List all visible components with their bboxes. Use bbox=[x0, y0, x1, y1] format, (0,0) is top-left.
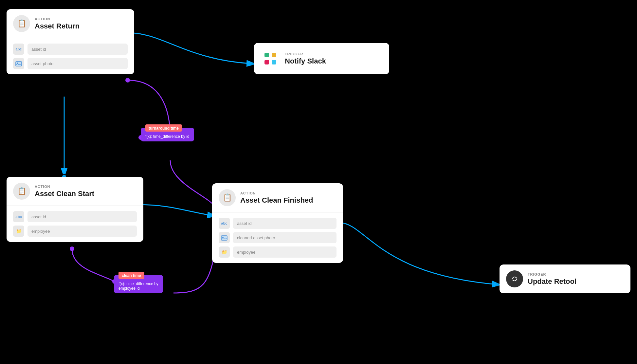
slack-icon bbox=[261, 49, 280, 68]
notify-slack-header: TRIGGER Notify Slack bbox=[254, 43, 389, 74]
update-retool-label: TRIGGER bbox=[528, 272, 576, 276]
cleaned-asset-photo-input[interactable]: cleaned asset photo bbox=[233, 232, 337, 243]
clean-time-sub: f(x): time_difference by employee id bbox=[118, 282, 158, 291]
field-row-asset-id: abc asset id bbox=[13, 44, 128, 55]
asset-return-card: 📋 ACTION Asset Return abc asset id asset… bbox=[7, 9, 134, 74]
asset-return-header: 📋 ACTION Asset Return bbox=[7, 9, 134, 38]
asset-clean-finished-fields: abc asset id cleaned asset photo 📁 emplo… bbox=[212, 212, 343, 263]
asset-clean-start-label: ACTION bbox=[35, 185, 94, 189]
folder-icon-1: 📁 bbox=[13, 226, 24, 237]
notify-slack-card: TRIGGER Notify Slack bbox=[254, 43, 389, 74]
notify-slack-label: TRIGGER bbox=[285, 52, 326, 56]
svg-rect-15 bbox=[264, 60, 269, 64]
field-row-cleaned-photo: cleaned asset photo bbox=[219, 232, 337, 243]
img-icon-2 bbox=[219, 232, 230, 243]
turnaround-time-label: turnaround time bbox=[149, 126, 179, 131]
employee-input-1[interactable]: employee bbox=[27, 226, 137, 237]
svg-rect-17 bbox=[221, 236, 227, 240]
asset-clean-start-title: Asset Clean Start bbox=[35, 190, 94, 198]
turnaround-time-sub: f(x): time_difference by id bbox=[145, 134, 190, 139]
field-row-asset-id-3: abc asset id bbox=[219, 218, 337, 229]
abc-icon-3: abc bbox=[219, 218, 230, 229]
svg-point-19 bbox=[510, 275, 519, 283]
svg-rect-16 bbox=[272, 60, 276, 64]
notify-slack-title: Notify Slack bbox=[285, 57, 326, 65]
asset-clean-start-icon: 📋 bbox=[13, 183, 30, 200]
folder-icon-2: 📁 bbox=[219, 246, 230, 258]
asset-clean-start-card: 📋 ACTION Asset Clean Start abc asset id … bbox=[7, 177, 143, 242]
asset-clean-finished-label: ACTION bbox=[240, 191, 313, 195]
asset-clean-start-fields: abc asset id 📁 employee bbox=[7, 206, 143, 242]
svg-point-4 bbox=[70, 246, 74, 251]
asset-clean-finished-icon: 📋 bbox=[219, 189, 236, 206]
asset-clean-finished-card: 📋 ACTION Asset Clean Finished abc asset … bbox=[212, 183, 343, 263]
svg-rect-13 bbox=[264, 53, 269, 57]
asset-clean-finished-title: Asset Clean Finished bbox=[240, 196, 313, 205]
svg-point-1 bbox=[125, 78, 130, 82]
asset-id-input-2[interactable]: asset id bbox=[27, 211, 137, 222]
abc-icon-1: abc bbox=[13, 44, 24, 55]
employee-input-2[interactable]: employee bbox=[233, 246, 337, 258]
turnaround-time-annotation: turnaround time f(x): time_difference by… bbox=[141, 128, 194, 141]
asset-return-title: Asset Return bbox=[35, 22, 80, 30]
update-retool-card: TRIGGER Update Retool bbox=[500, 264, 630, 293]
clean-time-annotation: clean time f(x): time_difference by empl… bbox=[114, 275, 163, 293]
asset-clean-start-header: 📋 ACTION Asset Clean Start bbox=[7, 177, 143, 206]
abc-icon-2: abc bbox=[13, 211, 24, 222]
asset-return-icon: 📋 bbox=[13, 15, 30, 32]
update-retool-icon bbox=[506, 270, 523, 287]
asset-return-label: ACTION bbox=[35, 17, 80, 21]
asset-return-fields: abc asset id asset photo bbox=[7, 38, 134, 74]
asset-id-input-3[interactable]: asset id bbox=[233, 218, 337, 229]
update-retool-title: Update Retool bbox=[528, 277, 576, 286]
field-row-employee-1: 📁 employee bbox=[13, 226, 137, 237]
update-retool-header: TRIGGER Update Retool bbox=[500, 264, 630, 293]
asset-clean-finished-header: 📋 ACTION Asset Clean Finished bbox=[212, 183, 343, 212]
img-icon-1 bbox=[13, 58, 24, 69]
field-row-asset-id-2: abc asset id bbox=[13, 211, 137, 222]
svg-rect-14 bbox=[272, 53, 276, 57]
field-row-employee-2: 📁 employee bbox=[219, 246, 337, 258]
asset-photo-input[interactable]: asset photo bbox=[27, 58, 128, 69]
field-row-asset-photo: asset photo bbox=[13, 58, 128, 69]
asset-id-input-1[interactable]: asset id bbox=[27, 44, 128, 55]
svg-rect-11 bbox=[16, 62, 22, 66]
clean-time-label: clean time bbox=[122, 273, 141, 278]
